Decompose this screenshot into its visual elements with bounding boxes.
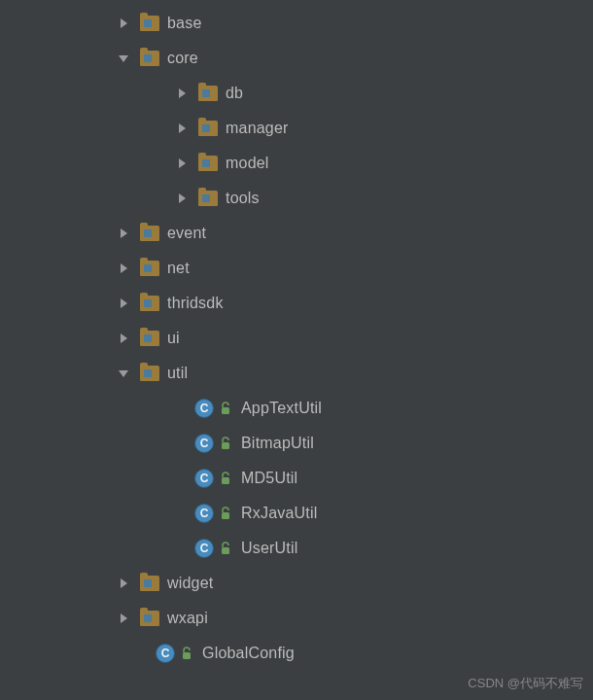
class-label: GlobalConfig bbox=[202, 645, 295, 662]
package-folder-icon bbox=[198, 156, 218, 171]
tree-row[interactable]: thridsdk bbox=[0, 286, 593, 321]
tree-row[interactable]: core bbox=[0, 41, 593, 76]
class-label: RxJavaUtil bbox=[241, 505, 317, 522]
folder-label: event bbox=[167, 225, 206, 242]
svg-marker-2 bbox=[179, 88, 186, 98]
class-label: UserUtil bbox=[241, 540, 298, 557]
package-folder-icon bbox=[198, 191, 218, 206]
lock-icon bbox=[220, 542, 233, 555]
java-class-icon: C bbox=[194, 399, 214, 418]
folder-label: ui bbox=[167, 330, 180, 347]
chevron-down-icon[interactable] bbox=[117, 367, 130, 380]
svg-rect-14 bbox=[222, 512, 229, 519]
package-folder-icon bbox=[140, 331, 159, 346]
tree-row[interactable]: util bbox=[0, 356, 593, 391]
tree-row[interactable]: db bbox=[0, 76, 593, 111]
svg-rect-13 bbox=[222, 477, 229, 484]
lock-icon bbox=[220, 402, 233, 415]
svg-rect-12 bbox=[222, 442, 229, 449]
class-label: BitmapUtil bbox=[241, 435, 314, 452]
java-class-icon: C bbox=[194, 469, 214, 488]
folder-label: db bbox=[226, 85, 243, 102]
tree-row[interactable]: tools bbox=[0, 181, 593, 216]
tree-row[interactable]: CRxJavaUtil bbox=[0, 496, 593, 531]
lock-icon bbox=[220, 472, 233, 485]
chevron-down-icon[interactable] bbox=[117, 52, 130, 65]
svg-rect-11 bbox=[222, 407, 229, 414]
folder-label: wxapi bbox=[167, 610, 208, 627]
chevron-right-icon[interactable] bbox=[117, 612, 130, 625]
chevron-right-icon[interactable] bbox=[117, 332, 130, 345]
svg-marker-17 bbox=[121, 613, 127, 623]
package-folder-icon bbox=[198, 86, 218, 101]
package-folder-icon bbox=[140, 611, 159, 626]
package-folder-icon bbox=[140, 296, 159, 311]
tree-row[interactable]: widget bbox=[0, 566, 593, 601]
svg-marker-7 bbox=[121, 263, 127, 273]
watermark-text: CSDN @代码不难写 bbox=[468, 675, 583, 692]
folder-label: tools bbox=[226, 190, 260, 207]
svg-marker-9 bbox=[121, 333, 127, 343]
tree-row[interactable]: ui bbox=[0, 321, 593, 356]
tree-row[interactable]: wxapi bbox=[0, 601, 593, 636]
tree-row[interactable]: CGlobalConfig bbox=[0, 636, 593, 671]
tree-row[interactable]: CUserUtil bbox=[0, 531, 593, 566]
svg-marker-1 bbox=[119, 55, 128, 62]
chevron-right-icon[interactable] bbox=[175, 87, 189, 100]
tree-row[interactable]: model bbox=[0, 146, 593, 181]
class-label: AppTextUtil bbox=[241, 400, 322, 417]
svg-marker-4 bbox=[179, 158, 186, 168]
class-label: MD5Util bbox=[241, 470, 297, 487]
chevron-right-icon[interactable] bbox=[175, 122, 189, 135]
folder-label: widget bbox=[167, 575, 213, 592]
folder-label: core bbox=[167, 50, 198, 67]
java-class-icon: C bbox=[194, 504, 214, 523]
chevron-right-icon[interactable] bbox=[117, 262, 130, 275]
lock-icon bbox=[220, 507, 233, 520]
svg-marker-6 bbox=[121, 228, 127, 238]
tree-row[interactable]: event bbox=[0, 216, 593, 251]
package-folder-icon bbox=[140, 16, 159, 31]
tree-row[interactable]: CMD5Util bbox=[0, 461, 593, 496]
svg-marker-0 bbox=[121, 18, 127, 28]
project-tree[interactable]: basecoredbmanagermodeltoolseventnetthrid… bbox=[0, 6, 593, 671]
java-class-icon: C bbox=[194, 434, 214, 453]
chevron-right-icon[interactable] bbox=[117, 17, 130, 30]
tree-row[interactable]: CBitmapUtil bbox=[0, 426, 593, 461]
chevron-right-icon[interactable] bbox=[175, 192, 189, 205]
folder-label: net bbox=[167, 260, 190, 277]
svg-rect-18 bbox=[183, 652, 191, 659]
package-folder-icon bbox=[140, 226, 159, 241]
chevron-right-icon[interactable] bbox=[117, 227, 130, 240]
lock-icon bbox=[181, 647, 194, 660]
package-folder-icon bbox=[140, 261, 159, 276]
folder-label: thridsdk bbox=[167, 295, 224, 312]
svg-marker-16 bbox=[121, 578, 127, 588]
svg-marker-10 bbox=[119, 370, 128, 377]
package-folder-icon bbox=[198, 121, 218, 136]
tree-row[interactable]: net bbox=[0, 251, 593, 286]
folder-label: base bbox=[167, 15, 202, 32]
svg-marker-8 bbox=[121, 298, 127, 308]
tree-row[interactable]: manager bbox=[0, 111, 593, 146]
folder-label: model bbox=[226, 155, 269, 172]
svg-marker-5 bbox=[179, 193, 186, 203]
java-class-icon: C bbox=[194, 539, 214, 558]
tree-row[interactable]: base bbox=[0, 6, 593, 41]
folder-label: util bbox=[167, 365, 188, 382]
svg-rect-15 bbox=[222, 547, 229, 554]
chevron-right-icon[interactable] bbox=[175, 157, 189, 170]
java-class-icon: C bbox=[156, 644, 175, 663]
lock-icon bbox=[220, 437, 233, 450]
package-folder-icon bbox=[140, 576, 159, 591]
package-folder-icon bbox=[140, 51, 159, 66]
folder-label: manager bbox=[226, 120, 289, 137]
package-folder-icon bbox=[140, 366, 159, 381]
chevron-right-icon[interactable] bbox=[117, 577, 130, 590]
svg-marker-3 bbox=[179, 123, 186, 133]
tree-row[interactable]: CAppTextUtil bbox=[0, 391, 593, 426]
chevron-right-icon[interactable] bbox=[117, 297, 130, 310]
